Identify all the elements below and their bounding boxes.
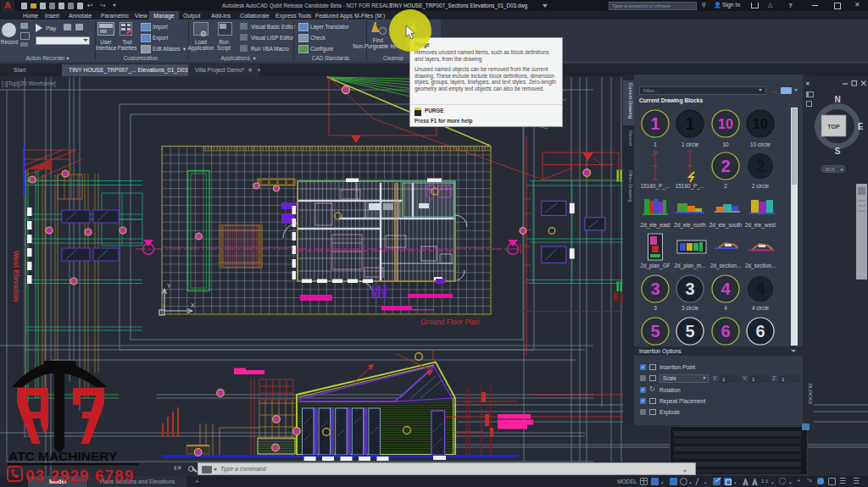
svg-text:3: 3 (654, 305, 657, 311)
svg-text:2d_plan_m...: 2d_plan_m... (675, 263, 706, 269)
svg-text:15160_P_...: 15160_P_... (676, 183, 705, 190)
svg-text:X: X (191, 302, 195, 308)
svg-text:S: S (835, 147, 841, 156)
svg-text:3 circle: 3 circle (682, 305, 699, 311)
svg-text:TOP: TOP (827, 124, 840, 130)
svg-text:2d_section...: 2d_section... (710, 263, 741, 269)
svg-text:1 circle: 1 circle (682, 141, 699, 147)
svg-text:10: 10 (753, 117, 768, 131)
svg-text:2: 2 (724, 183, 727, 189)
svg-text:1: 1 (685, 114, 694, 133)
svg-text:4: 4 (724, 305, 727, 311)
svg-text:15160_P_...: 15160_P_... (641, 183, 670, 190)
svg-text:3: 3 (685, 279, 694, 298)
svg-text:ATC MACHINERY: ATC MACHINERY (8, 449, 118, 463)
svg-text:WCS: WCS (825, 167, 835, 172)
svg-text:6: 6 (721, 322, 730, 340)
svg-text:2 circle: 2 circle (752, 183, 770, 189)
svg-text:10: 10 (722, 141, 729, 147)
svg-text:6: 6 (755, 322, 765, 340)
svg-text:N: N (834, 95, 840, 104)
svg-text:[-][Top][2D Wireframe]: [-][Top][2D Wireframe] (2, 80, 56, 87)
svg-text:4: 4 (755, 279, 765, 298)
svg-text:10 circle: 10 circle (750, 141, 771, 147)
svg-text:2d_ele_east: 2d_ele_east (641, 222, 670, 229)
svg-text:1: 1 (654, 141, 657, 147)
svg-text:West Elevation: West Elevation (12, 251, 20, 302)
svg-text:Ground Floor Plan: Ground Floor Plan (420, 318, 480, 326)
svg-text:10: 10 (718, 117, 733, 131)
svg-text:4 circle: 4 circle (752, 305, 770, 311)
svg-text:3: 3 (650, 279, 659, 298)
svg-text:03 2929 6789: 03 2929 6789 (25, 467, 134, 484)
svg-text:2d_section...: 2d_section... (745, 263, 776, 269)
svg-text:2d_plan_GF: 2d_plan_GF (640, 263, 670, 269)
svg-text:5: 5 (685, 322, 694, 340)
svg-text:2: 2 (755, 157, 765, 175)
svg-text:2d_ele_south: 2d_ele_south (709, 222, 743, 229)
svg-text:2d_ele_west: 2d_ele_west (745, 222, 776, 229)
svg-text:E: E (858, 122, 864, 131)
svg-text:4: 4 (721, 279, 731, 298)
svg-text:Y: Y (167, 283, 171, 289)
svg-text:2d_ele_north: 2d_ele_north (674, 222, 706, 229)
svg-text:5: 5 (650, 322, 659, 340)
svg-text:2: 2 (721, 157, 730, 175)
svg-text:1: 1 (650, 114, 659, 133)
